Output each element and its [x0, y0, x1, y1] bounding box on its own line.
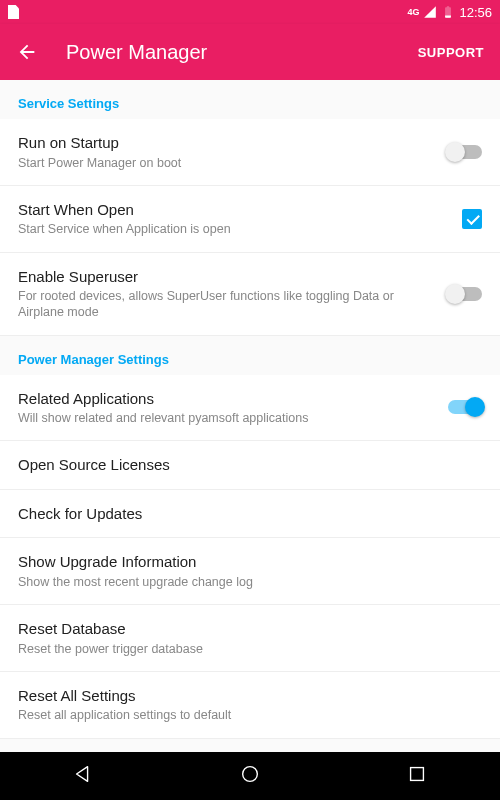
setting-reset-database[interactable]: Reset Database Reset the power trigger d… [0, 605, 500, 672]
setting-title: Start When Open [18, 200, 450, 220]
nav-recent-button[interactable] [406, 763, 428, 789]
arrow-back-icon [16, 41, 38, 63]
setting-title: Check for Updates [18, 504, 470, 524]
nav-back-button[interactable] [72, 763, 94, 789]
network-type: 4G [407, 7, 419, 17]
setting-related-applications[interactable]: Related Applications Will show related a… [0, 375, 500, 442]
setting-title: Reset Database [18, 619, 470, 639]
app-bar: Power Manager SUPPORT [0, 24, 500, 80]
navigation-bar [0, 752, 500, 800]
setting-subtitle: Start Service when Application is open [18, 221, 450, 237]
signal-icon [423, 5, 437, 19]
svg-point-0 [243, 767, 258, 782]
section-header-service: Service Settings [0, 80, 500, 119]
page-title: Power Manager [66, 41, 418, 64]
setting-title: Open Source Licenses [18, 455, 470, 475]
toggle-enable-superuser[interactable] [448, 287, 482, 301]
setting-title: Show Upgrade Information [18, 552, 470, 572]
status-bar: 4G 12:56 [0, 0, 500, 24]
battery-icon [441, 5, 455, 19]
checkbox-start-when-open[interactable] [462, 209, 482, 229]
setting-subtitle: Will show related and relevant pyamsoft … [18, 410, 436, 426]
support-button[interactable]: SUPPORT [418, 45, 484, 60]
svg-rect-1 [410, 768, 423, 781]
toggle-related-applications[interactable] [448, 400, 482, 414]
setting-subtitle: Reset all application settings to defaul… [18, 707, 470, 723]
circle-home-icon [239, 763, 261, 785]
setting-title: Run on Startup [18, 133, 436, 153]
status-clock: 12:56 [459, 5, 492, 20]
toggle-run-on-startup[interactable] [448, 145, 482, 159]
triangle-back-icon [72, 763, 94, 785]
setting-open-source-licenses[interactable]: Open Source Licenses [0, 441, 500, 490]
setting-title: Reset All Settings [18, 686, 470, 706]
square-recent-icon [406, 763, 428, 785]
section-header-powermgr: Power Manager Settings [0, 336, 500, 375]
setting-enable-superuser[interactable]: Enable Superuser For rooted devices, all… [0, 253, 500, 336]
setting-subtitle: Show the most recent upgrade change log [18, 574, 470, 590]
setting-subtitle: Reset the power trigger database [18, 641, 470, 657]
setting-title: Related Applications [18, 389, 436, 409]
setting-subtitle: For rooted devices, allows SuperUser fun… [18, 288, 436, 321]
setting-start-when-open[interactable]: Start When Open Start Service when Appli… [0, 186, 500, 253]
nav-home-button[interactable] [239, 763, 261, 789]
setting-run-on-startup[interactable]: Run on Startup Start Power Manager on bo… [0, 119, 500, 186]
setting-check-for-updates[interactable]: Check for Updates [0, 490, 500, 539]
sd-card-icon [8, 5, 19, 19]
back-button[interactable] [16, 41, 38, 63]
setting-subtitle: Start Power Manager on boot [18, 155, 436, 171]
settings-list: Service Settings Run on Startup Start Po… [0, 80, 500, 752]
setting-show-upgrade-information[interactable]: Show Upgrade Information Show the most r… [0, 538, 500, 605]
setting-title: Enable Superuser [18, 267, 436, 287]
setting-reset-all-settings[interactable]: Reset All Settings Reset all application… [0, 672, 500, 739]
